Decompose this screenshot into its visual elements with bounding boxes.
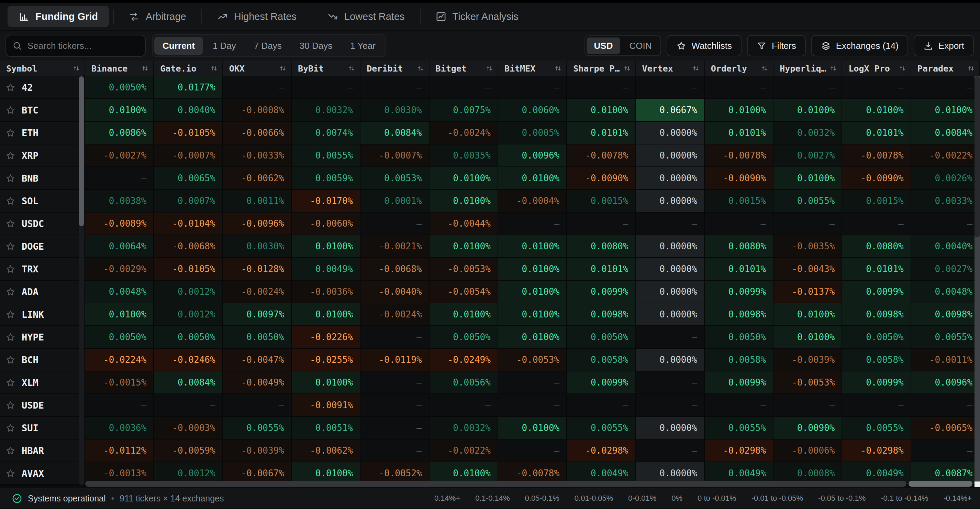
column-header-logx-pro[interactable]: LogX Pro [842, 61, 911, 77]
column-header-hyperliq[interactable]: Hyperliq… [773, 61, 842, 77]
table-row-bch[interactable]: BCH -0.0224%-0.0246%-0.0047%-0.0255%-0.0… [0, 349, 980, 372]
table-row-sui[interactable]: SUI 0.0036%-0.0003%0.0055%0.0051%–0.0032… [0, 417, 980, 440]
symbol-cell: USDE [0, 394, 85, 417]
table-row-sol[interactable]: SOL 0.0038%0.0007%0.0011%-0.0170%0.0001%… [0, 190, 980, 212]
column-header-paradex[interactable]: Paradex [911, 61, 980, 77]
watchlists-button[interactable]: Watchlists [667, 35, 741, 56]
column-header-sharpe-p[interactable]: Sharpe P… [567, 61, 636, 77]
table-row-eth[interactable]: ETH 0.0086%-0.0105%-0.0066%0.0074%0.0084… [0, 122, 980, 144]
rate-cell-xrp-orderly: -0.0078% [705, 144, 773, 167]
rate-cell-hbar-bitget: -0.0022% [430, 440, 498, 462]
rate-cell-btc-binance: 0.0100% [85, 99, 154, 122]
column-header-bybit[interactable]: ByBit [292, 61, 360, 77]
star-icon[interactable] [5, 128, 16, 138]
export-button[interactable]: Export [914, 35, 974, 56]
rate-cell-42-hyperliq: – [773, 77, 842, 99]
time-range-1-year[interactable]: 1 Year [342, 37, 384, 55]
rate-cell-eth-logx-pro: 0.0101% [842, 122, 911, 144]
rate-cell-42-gate-io: 0.0177% [154, 77, 223, 99]
star-icon[interactable] [5, 241, 16, 251]
star-icon[interactable] [5, 378, 16, 388]
symbol-label: DOGE [22, 241, 44, 252]
star-icon[interactable] [5, 355, 16, 365]
table-row-usdc[interactable]: USDC -0.0089%-0.0104%-0.0096%-0.0060%–-0… [0, 212, 980, 235]
column-header-okx[interactable]: OKX [223, 61, 292, 77]
table-row-hbar[interactable]: HBAR -0.0112%-0.0059%-0.0039%-0.0062%–-0… [0, 440, 980, 462]
column-header-bitget[interactable]: Bitget [430, 61, 498, 77]
column-header-bitmex[interactable]: BitMEX [498, 61, 567, 77]
star-icon[interactable] [5, 423, 16, 433]
left-vertical-scrollbar[interactable] [79, 77, 84, 485]
rate-cell-link-bitmex: 0.0100% [498, 303, 567, 326]
time-range-current[interactable]: Current [154, 37, 203, 55]
star-icon[interactable] [5, 173, 16, 183]
search-box[interactable] [5, 35, 146, 57]
table-row-link[interactable]: LINK 0.0100%0.0012%0.0097%0.0100%-0.0024… [0, 303, 980, 326]
nav-tabs: Funding GridArbitrageHighest RatesLowest… [8, 6, 530, 27]
star-icon[interactable] [5, 151, 16, 161]
rate-cell-ada-sharpe-p: 0.0099% [567, 281, 636, 303]
rate-cell-hype-deribit: – [360, 326, 429, 349]
star-icon[interactable] [5, 196, 16, 206]
horizontal-scrollbar-thumb[interactable] [908, 481, 972, 487]
star-icon[interactable] [5, 105, 16, 115]
table-row-xrp[interactable]: XRP -0.0027%-0.0007%-0.0033%0.0055%-0.00… [0, 144, 980, 167]
exchanges-14-button[interactable]: Exchanges (14) [811, 35, 908, 56]
column-header-deribit[interactable]: Deribit [360, 61, 429, 77]
column-header-orderly[interactable]: Orderly [705, 61, 773, 77]
legend-item: 0-0.01% [628, 494, 656, 503]
table-row-doge[interactable]: DOGE 0.0064%-0.0068%0.0030%0.0100%-0.002… [0, 235, 980, 258]
table-row-hype[interactable]: HYPE 0.0050%0.0050%0.0050%-0.0226%–0.005… [0, 326, 980, 349]
table-row-trx[interactable]: TRX -0.0029%-0.0105%-0.0128%0.0049%-0.00… [0, 258, 980, 281]
star-icon[interactable] [5, 400, 16, 410]
rate-cell-usdc-bybit: -0.0060% [292, 212, 360, 235]
symbol-cell: XLM [0, 372, 85, 394]
nav-tab-highest-rates[interactable]: Highest Rates [206, 6, 307, 27]
star-icon[interactable] [5, 264, 16, 274]
nav-tab-funding-grid[interactable]: Funding Grid [8, 6, 109, 27]
table-row-42[interactable]: 42 0.0050%0.0177%––––––––––– [0, 77, 980, 99]
rate-cell-usde-binance: – [85, 394, 154, 417]
currency-coin[interactable]: COIN [622, 37, 659, 54]
layers-icon [821, 41, 831, 51]
rate-cell-xlm-hyperliq: -0.0053% [773, 372, 842, 394]
sort-icon [554, 64, 562, 73]
table-row-btc[interactable]: BTC 0.0100%0.0040%-0.0008%0.0032%0.0030%… [0, 99, 980, 122]
column-header-vertex[interactable]: Vertex [636, 61, 705, 77]
rate-cell-hype-sharpe-p: 0.0050% [567, 326, 636, 349]
time-range-7-days[interactable]: 7 Days [246, 37, 290, 55]
currency-usd[interactable]: USD [587, 37, 620, 54]
time-range-30-days[interactable]: 30 Days [291, 37, 340, 55]
filters-button[interactable]: Filters [747, 35, 806, 56]
nav-tab-ticker-analysis[interactable]: Ticker Analysis [425, 6, 530, 27]
table-row-ada[interactable]: ADA 0.0048%0.0012%-0.0024%-0.0036%-0.004… [0, 281, 980, 303]
column-header-binance[interactable]: Binance [85, 61, 154, 77]
rate-cell-usdc-binance: -0.0089% [85, 212, 154, 235]
table-row-usde[interactable]: USDE –––-0.0091%––––––––– [0, 394, 980, 417]
table-row-xlm[interactable]: XLM -0.0015%0.0084%-0.0049%0.0100%–0.005… [0, 372, 980, 394]
rate-cell-bnb-bitget: 0.0100% [430, 167, 498, 190]
right-vertical-scrollbar[interactable] [975, 77, 980, 482]
search-input[interactable] [27, 40, 139, 52]
horizontal-scrollbar-track[interactable] [85, 481, 907, 487]
trend-down-icon [328, 11, 338, 22]
column-header-gate-io[interactable]: Gate.io [154, 61, 223, 77]
star-icon[interactable] [5, 219, 16, 229]
rate-cell-xrp-vertex: 0.0000% [636, 144, 705, 167]
column-header-symbol[interactable]: Symbol [0, 61, 85, 77]
star-icon[interactable] [5, 310, 16, 319]
star-icon[interactable] [5, 468, 16, 479]
right-vertical-scrollbar-thumb[interactable] [975, 77, 980, 237]
sort-icon [485, 64, 493, 73]
table-row-bnb[interactable]: BNB –0.0065%-0.0062%0.0059%0.0053%0.0100… [0, 167, 980, 190]
star-icon[interactable] [5, 287, 16, 297]
star-icon[interactable] [5, 83, 16, 93]
left-vertical-scrollbar-thumb[interactable] [79, 77, 84, 226]
time-range-1-day[interactable]: 1 Day [204, 37, 244, 55]
nav-tab-arbitrage[interactable]: Arbitrage [118, 6, 197, 27]
rate-cell-usde-deribit: – [360, 394, 429, 417]
rate-cell-bnb-gate-io: 0.0065% [154, 167, 223, 190]
star-icon[interactable] [5, 446, 16, 456]
nav-tab-lowest-rates[interactable]: Lowest Rates [317, 6, 416, 27]
star-icon[interactable] [5, 332, 16, 342]
